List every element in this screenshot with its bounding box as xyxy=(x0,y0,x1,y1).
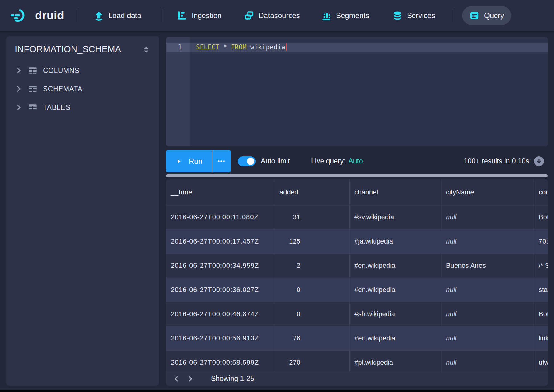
cell-comment[interactable]: Bot xyxy=(534,302,548,326)
cell-comment[interactable]: Bot xyxy=(534,205,548,229)
column-header-time[interactable]: __time xyxy=(166,179,275,205)
cell-comment[interactable]: /* S xyxy=(534,254,548,278)
cell-time[interactable]: 2016-06-27T00:00:36.027Z xyxy=(166,278,275,302)
live-query-value[interactable]: Auto xyxy=(349,157,363,165)
cell-cityname[interactable]: null xyxy=(441,302,534,326)
auto-limit-toggle[interactable] xyxy=(238,156,256,166)
nav-divider xyxy=(78,9,78,22)
cell-added[interactable]: 2 xyxy=(275,254,350,278)
table-icon xyxy=(28,66,37,75)
pagination-text: Showing 1-25 xyxy=(211,375,254,383)
cell-cityname[interactable]: null xyxy=(441,205,534,229)
cell-added[interactable]: 125 xyxy=(275,229,350,253)
nav-item-label: Load data xyxy=(108,11,141,20)
ingestion-icon xyxy=(177,11,187,21)
schema-sidebar: INFORMATION_SCHEMA xyxy=(6,36,159,386)
column-header-channel[interactable]: channel xyxy=(350,179,441,205)
table-icon xyxy=(28,84,37,94)
cell-channel[interactable]: #sv.wikipedia xyxy=(350,205,441,229)
table-icon xyxy=(28,103,37,112)
chevron-right-icon xyxy=(15,67,23,75)
results-header-row: __time added channel cityName comment xyxy=(166,179,548,205)
sql-editor[interactable]: 1 SELECT*FROMwikipedia xyxy=(166,37,548,146)
editor-gutter xyxy=(166,37,190,146)
cell-time[interactable]: 2016-06-27T00:00:56.913Z xyxy=(166,326,275,350)
tree-item-tables[interactable]: TABLES xyxy=(6,98,159,117)
horizontal-scrollbar[interactable] xyxy=(166,174,548,177)
nav-item-datasources[interactable]: Datasources xyxy=(244,0,300,31)
cell-time[interactable]: 2016-06-27T00:00:17.457Z xyxy=(166,229,275,253)
cell-time[interactable]: 2016-06-27T00:00:34.959Z xyxy=(166,254,275,278)
logo-text: druid xyxy=(35,9,64,22)
cell-comment[interactable]: sta xyxy=(534,278,548,302)
cell-channel[interactable]: #en.wikipedia xyxy=(350,254,441,278)
nav-item-load-data[interactable]: Load data xyxy=(94,0,141,31)
druid-logo-icon xyxy=(10,8,31,23)
nav-divider xyxy=(162,9,162,22)
sql-query-text[interactable]: SELECT*FROMwikipedia xyxy=(196,43,287,52)
cell-added[interactable]: 0 xyxy=(275,302,350,326)
tree-item-schemata[interactable]: SCHEMATA xyxy=(6,80,159,98)
run-button[interactable]: Run xyxy=(166,150,212,172)
load-data-icon xyxy=(94,11,104,21)
column-header-added[interactable]: added xyxy=(275,179,350,205)
run-button-label: Run xyxy=(189,157,202,166)
cell-added[interactable]: 0 xyxy=(275,278,350,302)
tree-item-label: TABLES xyxy=(43,103,71,112)
cell-channel[interactable]: #ja.wikipedia xyxy=(350,229,441,253)
druid-console: druid Load data Ingestion xyxy=(0,0,554,392)
schema-title: INFORMATION_SCHEMA xyxy=(15,44,121,54)
next-page-button[interactable] xyxy=(186,374,195,383)
schema-sort-button[interactable] xyxy=(142,45,151,55)
top-navbar: druid Load data Ingestion xyxy=(0,0,554,31)
column-header-cityname[interactable]: cityName xyxy=(441,179,534,205)
pagination-bar: Showing 1-25 xyxy=(166,372,548,386)
druid-logo[interactable]: druid xyxy=(10,0,64,31)
cell-cityname[interactable]: Buenos Aires xyxy=(441,254,534,278)
cell-cityname[interactable]: null xyxy=(441,351,534,375)
nav-item-segments[interactable]: Segments xyxy=(322,0,369,31)
cell-channel[interactable]: #pl.wikipedia xyxy=(350,351,441,375)
tree-item-label: SCHEMATA xyxy=(43,85,82,93)
results-summary: 100+ results in 0.10s xyxy=(412,150,529,172)
cell-comment[interactable]: link xyxy=(534,326,548,350)
services-icon xyxy=(392,11,402,21)
cell-channel[interactable]: #en.wikipedia xyxy=(350,326,441,350)
chevron-right-icon xyxy=(15,85,23,93)
sql-identifier: wikipedia xyxy=(250,44,285,51)
table-row: 2016-06-27T00:00:11.080Z 31 #sv.wikipedi… xyxy=(166,205,548,229)
cell-comment[interactable]: utw xyxy=(534,351,548,375)
cell-cityname[interactable]: null xyxy=(441,326,534,350)
download-button[interactable] xyxy=(534,156,544,166)
schema-tree: COLUMNS xyxy=(6,61,159,117)
chevron-right-icon xyxy=(15,103,23,111)
run-more-button[interactable]: ••• xyxy=(212,150,231,172)
table-row: 2016-06-27T00:00:34.959Z 2 #en.wikipedia… xyxy=(166,254,548,278)
cell-time[interactable]: 2016-06-27T00:00:11.080Z xyxy=(166,205,275,229)
cell-cityname[interactable]: null xyxy=(441,278,534,302)
auto-limit-label[interactable]: Auto limit xyxy=(261,150,290,172)
cell-added[interactable]: 31 xyxy=(275,205,350,229)
text-cursor xyxy=(286,43,287,51)
tree-item-label: COLUMNS xyxy=(43,67,80,75)
prev-page-button[interactable] xyxy=(172,374,181,383)
cell-comment[interactable]: 70: xyxy=(534,229,548,253)
nav-item-services[interactable]: Services xyxy=(392,0,435,31)
query-icon xyxy=(470,11,479,21)
tree-item-columns[interactable]: COLUMNS xyxy=(6,61,159,80)
table-row: 2016-06-27T00:00:56.913Z 76 #en.wikipedi… xyxy=(166,326,548,351)
line-number: 1 xyxy=(166,43,182,52)
column-header-comment[interactable]: comment xyxy=(534,179,548,205)
cell-time[interactable]: 2016-06-27T00:00:58.599Z xyxy=(166,351,275,375)
cell-cityname[interactable]: null xyxy=(441,229,534,253)
cell-time[interactable]: 2016-06-27T00:00:46.874Z xyxy=(166,302,275,326)
cell-channel[interactable]: #sh.wikipedia xyxy=(350,302,441,326)
cell-channel[interactable]: #en.wikipedia xyxy=(350,278,441,302)
nav-item-query[interactable]: Query xyxy=(462,6,511,25)
cell-added[interactable]: 76 xyxy=(275,326,350,350)
nav-divider xyxy=(454,9,454,22)
nav-item-ingestion[interactable]: Ingestion xyxy=(177,0,221,31)
bottom-edge xyxy=(0,390,554,392)
cell-added[interactable]: 270 xyxy=(275,351,350,375)
nav-item-label: Segments xyxy=(336,11,369,20)
